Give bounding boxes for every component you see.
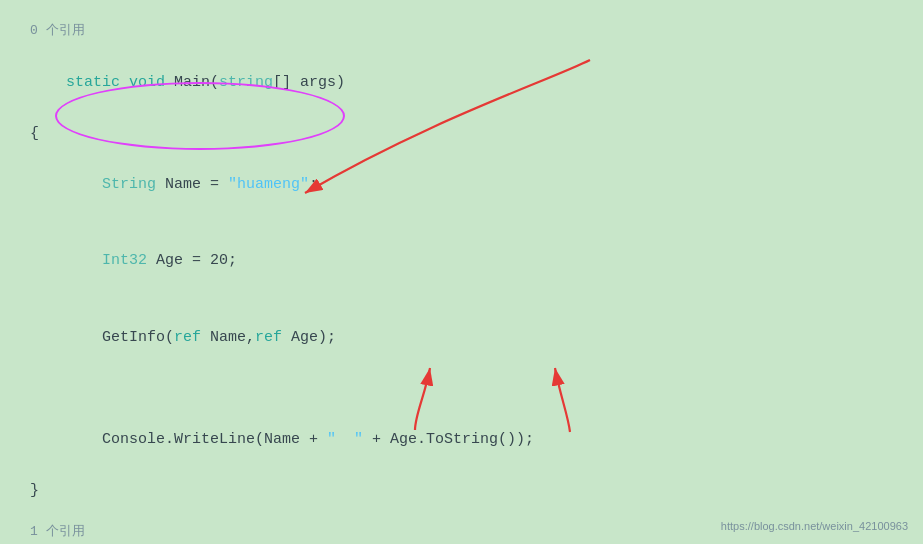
ref-count-1: 0 个引用 (30, 20, 893, 42)
code-line-3: String Name = "huameng"; (30, 146, 893, 223)
code-container: 0 个引用 static void Main(string[] args) { … (0, 0, 923, 544)
code-line-2: { (30, 121, 893, 147)
code-line-8: } (30, 478, 893, 504)
code-line-7: Console.WriteLine(Name + " " + Age.ToStr… (30, 401, 893, 478)
watermark: https://blog.csdn.net/weixin_42100963 (721, 520, 908, 532)
code-line-1: static void Main(string[] args) (30, 44, 893, 121)
code-line-5: GetInfo(ref Name,ref Age); (30, 299, 893, 376)
code-line-6 (30, 376, 893, 402)
code-line-4: Int32 Age = 20; (30, 223, 893, 300)
